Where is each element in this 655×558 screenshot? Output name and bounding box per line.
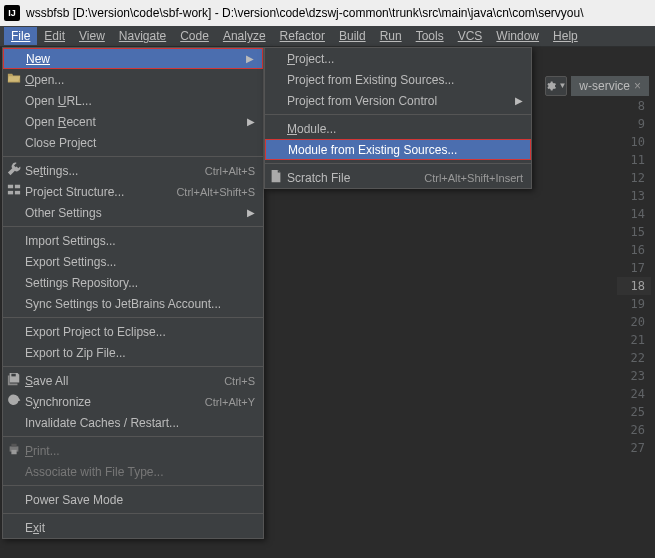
menu-analyze[interactable]: Analyze (216, 27, 273, 45)
shortcut: Ctrl+S (224, 375, 255, 387)
menu-item-associate[interactable]: Associate with File Type... (3, 461, 263, 482)
svg-rect-1 (15, 185, 20, 189)
line-number: 21 (617, 331, 651, 349)
chevron-right-icon: ▶ (515, 95, 523, 106)
separator (3, 366, 263, 367)
structure-icon (6, 183, 22, 200)
separator (265, 163, 531, 164)
line-number: 12 (617, 169, 651, 187)
editor-settings-button[interactable]: ▼ (545, 76, 567, 96)
menu-item-other-settings[interactable]: Other Settings ▶ (3, 202, 263, 223)
menu-item-settings-repo[interactable]: Settings Repository... (3, 272, 263, 293)
shortcut: Ctrl+Alt+S (205, 165, 255, 177)
wrench-icon (6, 162, 22, 179)
svg-rect-7 (11, 450, 16, 454)
menu-item-export-settings[interactable]: Export Settings... (3, 251, 263, 272)
separator (3, 485, 263, 486)
line-number: 25 (617, 403, 651, 421)
menu-item-print[interactable]: Print... (3, 440, 263, 461)
menu-item-scratch-file[interactable]: Scratch File Ctrl+Alt+Shift+Insert (265, 167, 531, 188)
menu-item-open-recent[interactable]: Open Recent ▶ (3, 111, 263, 132)
sync-icon (6, 393, 22, 410)
line-number: 13 (617, 187, 651, 205)
menu-item-import-settings[interactable]: Import Settings... (3, 230, 263, 251)
line-number: 17 (617, 259, 651, 277)
menu-bar: File Edit View Navigate Code Analyze Ref… (0, 26, 655, 47)
line-gutter: 89101112131415161718192021222324252627 (617, 97, 651, 457)
menu-item-open[interactable]: Open... (3, 69, 263, 90)
svg-rect-4 (11, 374, 15, 377)
menu-item-project-vc[interactable]: Project from Version Control ▶ (265, 90, 531, 111)
line-number: 11 (617, 151, 651, 169)
editor-tabs-area: ▼ w-service × (545, 74, 649, 97)
svg-rect-2 (8, 191, 13, 195)
chevron-right-icon: ▶ (247, 207, 255, 218)
shortcut: Ctrl+Alt+Shift+Insert (424, 172, 523, 184)
line-number: 26 (617, 421, 651, 439)
shortcut: Ctrl+Alt+Shift+S (176, 186, 255, 198)
separator (3, 436, 263, 437)
menu-item-export-zip[interactable]: Export to Zip File... (3, 342, 263, 363)
menu-window[interactable]: Window (489, 27, 546, 45)
line-number: 23 (617, 367, 651, 385)
menu-item-power-save[interactable]: Power Save Mode (3, 489, 263, 510)
line-number: 9 (617, 115, 651, 133)
separator (3, 156, 263, 157)
menu-item-new-project[interactable]: Project... (265, 48, 531, 69)
menu-code[interactable]: Code (173, 27, 216, 45)
line-number: 20 (617, 313, 651, 331)
menu-edit[interactable]: Edit (37, 27, 72, 45)
file-icon (268, 169, 284, 186)
line-number: 22 (617, 349, 651, 367)
menu-run[interactable]: Run (373, 27, 409, 45)
close-icon[interactable]: × (634, 79, 641, 93)
menu-build[interactable]: Build (332, 27, 373, 45)
line-number: 15 (617, 223, 651, 241)
line-number: 10 (617, 133, 651, 151)
tab-label: w-service (579, 79, 630, 93)
menu-item-sync-jetbrains[interactable]: Sync Settings to JetBrains Account... (3, 293, 263, 314)
menu-item-new[interactable]: New ▶ (3, 48, 263, 69)
line-number: 16 (617, 241, 651, 259)
file-menu-dropdown: New ▶ Open... Open URL... Open Recent ▶ … (2, 47, 264, 539)
gear-icon (546, 79, 556, 93)
menu-item-settings[interactable]: Settings... Ctrl+Alt+S (3, 160, 263, 181)
title-bar: IJ wssbfsb [D:\version\code\sbf-work] - … (0, 0, 655, 26)
menu-item-close-project[interactable]: Close Project (3, 132, 263, 153)
menu-vcs[interactable]: VCS (451, 27, 490, 45)
line-number: 24 (617, 385, 651, 403)
menu-item-project-existing[interactable]: Project from Existing Sources... (265, 69, 531, 90)
line-number: 14 (617, 205, 651, 223)
chevron-down-icon: ▼ (558, 81, 566, 90)
menu-item-export-eclipse[interactable]: Export Project to Eclipse... (3, 321, 263, 342)
menu-item-open-url[interactable]: Open URL... (3, 90, 263, 111)
menu-help[interactable]: Help (546, 27, 585, 45)
menu-item-project-structure[interactable]: Project Structure... Ctrl+Alt+Shift+S (3, 181, 263, 202)
menu-item-synchronize[interactable]: Synchronize Ctrl+Alt+Y (3, 391, 263, 412)
separator (3, 317, 263, 318)
menu-tools[interactable]: Tools (409, 27, 451, 45)
menu-item-new-module[interactable]: Module... (265, 118, 531, 139)
menu-file[interactable]: File (4, 27, 37, 45)
menu-item-invalidate[interactable]: Invalidate Caches / Restart... (3, 412, 263, 433)
line-number: 27 (617, 439, 651, 457)
separator (265, 114, 531, 115)
print-icon (6, 442, 22, 459)
menu-navigate[interactable]: Navigate (112, 27, 173, 45)
folder-open-icon (6, 71, 22, 88)
menu-item-module-existing[interactable]: Module from Existing Sources... (265, 139, 531, 160)
new-submenu-dropdown: Project... Project from Existing Sources… (264, 47, 532, 189)
menu-refactor[interactable]: Refactor (273, 27, 332, 45)
chevron-right-icon: ▶ (247, 116, 255, 127)
shortcut: Ctrl+Alt+Y (205, 396, 255, 408)
menu-item-exit[interactable]: Exit (3, 517, 263, 538)
separator (3, 513, 263, 514)
chevron-right-icon: ▶ (246, 53, 254, 64)
svg-rect-3 (15, 191, 20, 195)
menu-view[interactable]: View (72, 27, 112, 45)
menu-item-save-all[interactable]: Save All Ctrl+S (3, 370, 263, 391)
svg-rect-6 (11, 444, 16, 447)
window-title: wssbfsb [D:\version\code\sbf-work] - D:\… (26, 6, 584, 20)
line-number: 19 (617, 295, 651, 313)
editor-tab[interactable]: w-service × (571, 76, 649, 96)
